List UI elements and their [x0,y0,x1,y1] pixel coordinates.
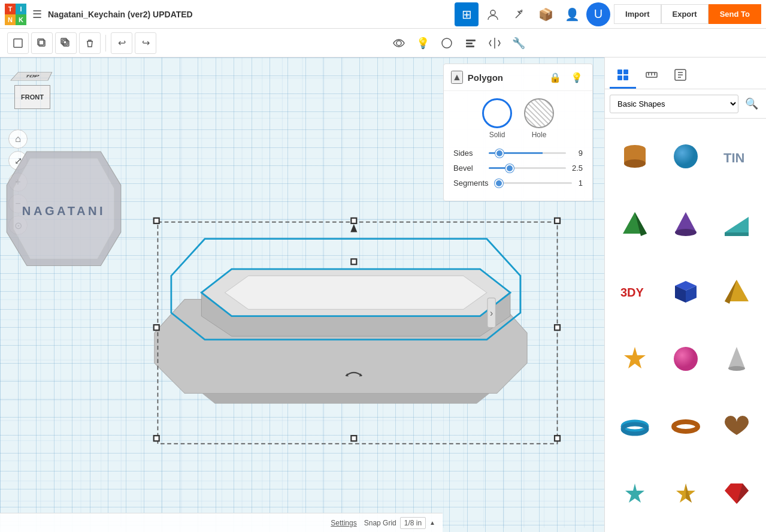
svg-text:›: › [490,308,493,318]
shape-prism[interactable] [711,258,761,325]
tools-nav-btn[interactable] [507,2,531,26]
svg-marker-58 [725,232,749,236]
duplicate-button[interactable] [55,32,77,54]
snap-expand-btn[interactable]: ▲ [429,519,435,526]
shape-cone[interactable] [661,191,710,258]
polygon-header: ▲ Polygon 🔒 💡 [444,64,592,91]
profile-nav-btn[interactable] [481,2,505,26]
svg-rect-31 [555,325,560,330]
shape-sphere-hollow[interactable] [661,326,710,392]
align-button[interactable] [460,32,482,54]
polygon-lock-btn[interactable]: 🔒 [547,69,564,86]
settings-tool-button[interactable]: 🔧 [508,32,529,54]
shape-gem[interactable] [711,461,761,527]
svg-point-66 [674,347,698,371]
shape-wedge[interactable] [711,191,761,258]
viewport[interactable]: TOP FRONT ⌂ ⤢ + − ⊙ NAGATANI [0,58,604,532]
svg-point-51 [674,144,698,168]
shape-pyramid[interactable] [610,191,659,258]
undo-button[interactable]: ↩ [111,32,132,54]
solid-circle[interactable] [482,98,512,128]
home-nav-btn[interactable]: ⊞ [455,2,479,26]
sides-slider[interactable] [489,152,566,154]
svg-rect-26 [154,436,159,441]
svg-rect-36 [617,69,622,74]
tinkercad-logo: T I N K [5,4,26,25]
svg-rect-39 [623,75,628,80]
shape-text[interactable]: TIN [711,123,761,190]
import-button[interactable]: Import [614,4,661,24]
mirror-button[interactable] [484,32,505,54]
svg-marker-65 [624,347,646,368]
segments-label: Segments [453,179,489,188]
shape-ring[interactable] [661,394,710,460]
redo-button[interactable]: ↪ [135,32,156,54]
sides-label: Sides [453,149,483,158]
shape-star-3d[interactable] [661,461,710,527]
svg-text:NAGATANI: NAGATANI [22,204,105,217]
shape-circle-button[interactable] [436,32,458,54]
hole-circle[interactable] [524,98,554,128]
segments-slider[interactable] [495,182,572,184]
polygon-panel: ▲ Polygon 🔒 💡 Solid Hole Side [443,64,593,201]
status-bar: Settings Snap Grid 1/8 in ▲ [0,513,443,532]
toolbar: ↩ ↪ 💡 🔧 [0,29,766,58]
shape-heart[interactable] [711,394,761,460]
delete-button[interactable] [79,32,101,54]
svg-rect-25 [555,218,560,223]
document-title: Nagatani_Keychain (ver2) UPDATED [48,10,451,19]
new-button[interactable] [7,32,29,54]
shape-torus[interactable] [610,394,659,460]
hole-option[interactable]: Hole [524,98,554,139]
logo-n: N [5,14,16,25]
snap-label: Snap Grid [364,519,396,527]
polygon-light-btn[interactable]: 💡 [568,69,585,86]
segments-row: Segments 1 [453,179,583,188]
sides-row: Sides 9 [453,149,583,158]
export-button[interactable]: Export [661,4,709,24]
shape-box[interactable] [661,258,710,325]
send-to-button[interactable]: Send To [709,4,761,24]
nav-icons-right: ⊞ 📦 👤 U [455,2,610,26]
sides-value: 9 [572,149,583,158]
action-buttons: Import Export Send To [614,4,761,24]
svg-point-8 [442,38,452,48]
ruler-tab[interactable] [638,62,665,89]
svg-rect-24 [154,218,159,223]
bevel-label: Bevel [453,164,483,173]
shapes-toolbar: Basic Shapes 🔍 [605,89,766,119]
svg-rect-11 [466,46,474,47]
solid-label: Solid [489,131,505,139]
user-avatar-btn[interactable]: U [586,2,610,26]
svg-marker-57 [725,217,749,232]
polygon-collapse-btn[interactable]: ▲ [451,71,463,84]
svg-point-68 [728,366,745,371]
svg-rect-10 [466,43,473,44]
shape-star-small[interactable] [610,461,659,527]
svg-rect-29 [351,436,356,441]
shapes-tab[interactable] [610,62,636,89]
light-button[interactable]: 💡 [412,32,434,54]
svg-point-7 [396,41,401,46]
svg-rect-38 [617,75,622,80]
box-nav-btn[interactable]: 📦 [534,2,558,26]
view-button[interactable] [388,32,410,54]
settings-link[interactable]: Settings [331,519,356,527]
shape-star[interactable] [610,326,659,392]
svg-rect-27 [555,436,560,441]
text-tab[interactable] [667,62,694,89]
svg-marker-67 [728,347,745,368]
shape-sphere[interactable] [661,123,710,190]
document-icon: ☰ [32,8,42,21]
add-user-nav-btn[interactable]: 👤 [560,2,584,26]
solid-option[interactable]: Solid [482,98,512,139]
search-shapes-button[interactable]: 🔍 [742,94,761,113]
shape-cylinder[interactable] [610,123,659,190]
right-panel-tabs [605,58,766,89]
shape-bullet[interactable] [711,326,761,392]
shapes-category-dropdown[interactable]: Basic Shapes [610,95,738,113]
bevel-slider[interactable] [489,167,566,169]
shape-text3d[interactable]: 3DY [610,258,659,325]
copy-button[interactable] [31,32,53,54]
segments-value: 1 [578,179,583,188]
